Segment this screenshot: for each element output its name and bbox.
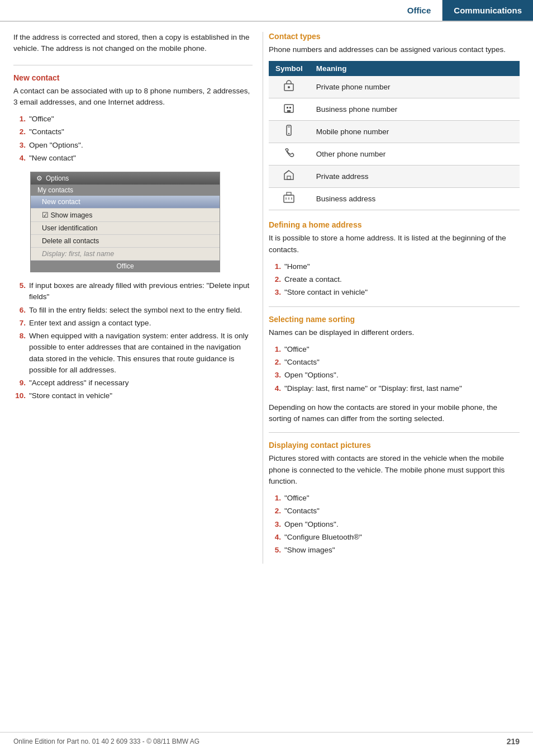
list-item: 1."Office" xyxy=(13,114,253,125)
list-item: 6.To fill in the entry fields: select th… xyxy=(13,305,253,316)
contact-types-heading: Contact types xyxy=(269,32,520,41)
meaning-header: Meaning xyxy=(310,61,520,76)
list-item: 8.When equipped with a navigation system… xyxy=(13,330,253,376)
list-item: 1."Office" xyxy=(269,493,520,504)
list-item: 3.Open "Options". xyxy=(269,519,520,530)
list-item: 2.Create a contact. xyxy=(269,274,520,285)
symbol-cell xyxy=(269,166,310,188)
name-sorting-note: Depending on how the contacts are stored… xyxy=(269,402,520,425)
list-item: 7.Enter text and assign a contact type. xyxy=(13,318,253,329)
list-item: 2."Contacts" xyxy=(13,126,253,138)
display-name-item[interactable]: Display: first, last name xyxy=(31,248,220,261)
office-tab[interactable]: Office xyxy=(396,0,443,21)
footer-text: Online Edition for Part no. 01 40 2 609 … xyxy=(13,738,199,745)
svg-rect-5 xyxy=(287,110,291,112)
options-icon: ⚙ xyxy=(36,174,42,182)
table-header-row: Symbol Meaning xyxy=(269,61,520,76)
list-item: 4."Display: last, first name" or "Displa… xyxy=(269,383,520,394)
left-column: If the address is corrected and stored, … xyxy=(0,32,263,564)
symbol-cell xyxy=(269,188,310,210)
intro-paragraph: If the address is corrected and stored, … xyxy=(13,32,253,55)
screenshot-title-bar: ⚙ Options xyxy=(31,172,220,185)
list-item: 1."Office" xyxy=(269,344,520,355)
home-address-heading: Defining a home address xyxy=(269,220,520,229)
table-row: Mobile phone number xyxy=(269,121,520,143)
list-item: 9."Accept address" if necessary xyxy=(13,377,253,389)
symbol-cell xyxy=(269,98,310,121)
list-item: 4."New contact" xyxy=(13,153,253,164)
page-header: Office Communications xyxy=(0,0,533,22)
table-row: Business address xyxy=(269,188,520,210)
meaning-cell: Private address xyxy=(310,166,520,188)
symbol-cell xyxy=(269,143,310,166)
delete-all-contacts-item[interactable]: Delete all contacts xyxy=(31,235,220,248)
page-footer: Online Edition for Part no. 01 40 2 609 … xyxy=(0,732,533,746)
new-contact-text: A contact can be associated with up to 8… xyxy=(13,86,253,108)
contact-types-intro: Phone numbers and addresses can be assig… xyxy=(269,44,520,55)
page-number: 219 xyxy=(507,737,520,746)
list-item: 5.If input boxes are already filled with… xyxy=(13,280,253,303)
list-item: 4."Configure Bluetooth®" xyxy=(269,532,520,543)
communications-tab[interactable]: Communications xyxy=(442,0,533,21)
home-address-steps: 1."Home" 2.Create a contact. 3."Store co… xyxy=(269,261,520,299)
list-item: 3.Open "Options". xyxy=(13,140,253,151)
meaning-cell: Other phone number xyxy=(310,143,520,166)
table-row: Private phone number xyxy=(269,76,520,98)
show-images-item[interactable]: ☑ Show images xyxy=(31,209,220,222)
main-content: If the address is corrected and stored, … xyxy=(0,22,533,564)
table-row: Other phone number xyxy=(269,143,520,166)
steps-list-1: 1."Office" 2."Contacts" 3.Open "Options"… xyxy=(13,114,253,164)
user-identification-item[interactable]: User identification xyxy=(31,222,220,235)
list-item: 5."Show images" xyxy=(269,545,520,556)
svg-point-1 xyxy=(288,86,290,88)
name-sorting-heading: Selecting name sorting xyxy=(269,315,520,324)
screenshot-title: Options xyxy=(46,174,69,182)
meaning-cell: Mobile phone number xyxy=(310,121,520,143)
list-item: 1."Home" xyxy=(269,261,520,272)
symbol-header: Symbol xyxy=(269,61,310,76)
contact-types-table: Symbol Meaning Private phone number Busi… xyxy=(269,61,520,210)
right-column: Contact types Phone numbers and addresse… xyxy=(263,32,533,564)
options-screenshot: ⚙ Options My contacts New contact ☑ Show… xyxy=(30,172,220,272)
screenshot-menu: My contacts New contact ☑ Show images Us… xyxy=(31,185,220,272)
new-contact-item[interactable]: New contact xyxy=(31,196,220,209)
table-row: Private address xyxy=(269,166,520,188)
svg-rect-3 xyxy=(287,107,288,108)
my-contacts-header: My contacts xyxy=(31,185,220,196)
screenshot-footer: Office xyxy=(31,261,220,272)
contact-pictures-intro: Pictures stored with contacts are stored… xyxy=(269,453,520,487)
list-item: 2."Contacts" xyxy=(269,505,520,517)
name-sorting-intro: Names can be displayed in different orde… xyxy=(269,327,520,338)
meaning-cell: Private phone number xyxy=(310,76,520,98)
svg-rect-9 xyxy=(287,176,291,179)
meaning-cell: Business address xyxy=(310,188,520,210)
home-address-intro: It is possible to store a home address. … xyxy=(269,233,520,256)
list-item: 10."Store contact in vehicle" xyxy=(13,390,253,401)
list-item: 3.Open "Options". xyxy=(269,370,520,381)
screenshot-wrapper: ⚙ Options My contacts New contact ☑ Show… xyxy=(13,172,253,272)
contact-pictures-steps: 1."Office" 2."Contacts" 3.Open "Options"… xyxy=(269,493,520,556)
svg-point-8 xyxy=(288,133,289,134)
list-item: 3."Store contact in vehicle" xyxy=(269,287,520,298)
meaning-cell: Business phone number xyxy=(310,98,520,121)
svg-rect-4 xyxy=(289,107,291,108)
symbol-cell xyxy=(269,76,310,98)
name-sorting-steps: 1."Office" 2."Contacts" 3.Open "Options"… xyxy=(269,344,520,394)
contact-pictures-heading: Displaying contact pictures xyxy=(269,441,520,450)
list-item: 2."Contacts" xyxy=(269,357,520,368)
symbol-cell xyxy=(269,121,310,143)
steps-list-2: 5.If input boxes are already filled with… xyxy=(13,280,253,402)
table-row: Business phone number xyxy=(269,98,520,121)
new-contact-heading: New contact xyxy=(13,73,253,82)
